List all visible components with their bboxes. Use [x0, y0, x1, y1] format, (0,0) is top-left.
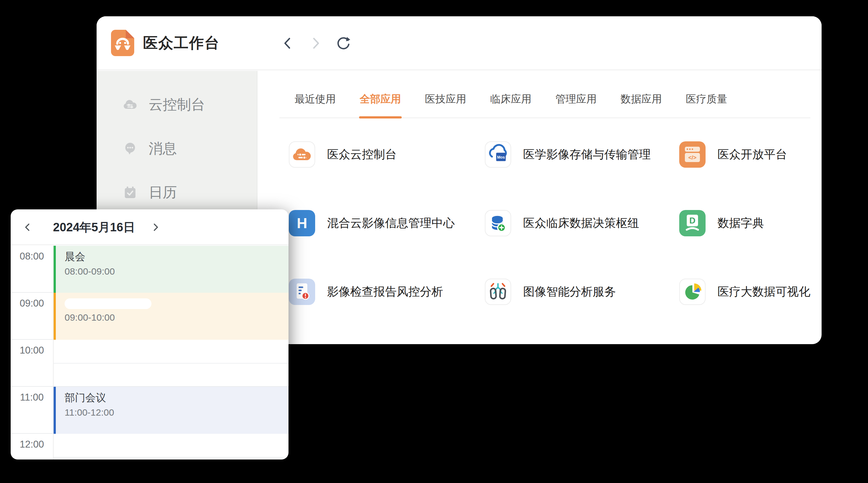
- app-label: 数据字典: [717, 215, 764, 231]
- hour-row-12: 12:00: [11, 434, 288, 459]
- hour-label: 11:00: [11, 387, 54, 434]
- app-clinical-data-hub[interactable]: 医众临床数据决策枢纽: [475, 210, 670, 236]
- sidebar-item-label: 云控制台: [149, 95, 205, 114]
- app-hybrid-imaging[interactable]: H 混合云影像信息管理中心: [279, 210, 475, 236]
- app-bigdata-viz[interactable]: 医疗大数据可视化: [670, 279, 810, 305]
- app-title: 医众工作台: [143, 33, 220, 53]
- chevron-right-icon: [309, 36, 322, 50]
- blue-cloud-mos-icon: Mos: [485, 141, 511, 168]
- calendar-panel: 2024年5月16日 08:00 晨会 08:00-09:00 09:00: [11, 210, 288, 459]
- app-label: 影像检查报告风控分析: [327, 284, 443, 300]
- hour-slot: 部门会议 11:00-12:00: [54, 387, 288, 434]
- refresh-button[interactable]: [335, 35, 351, 52]
- calendar-header: 2024年5月16日: [11, 210, 288, 245]
- titlebar: 医众工作台: [97, 16, 822, 70]
- svg-text:Mos: Mos: [497, 155, 505, 160]
- hour-row-11: 11:00 部门会议 11:00-12:00: [11, 387, 288, 434]
- app-label: 混合云影像信息管理中心: [327, 215, 455, 231]
- hour-row-08: 08:00 晨会 08:00-09:00: [11, 246, 288, 293]
- calendar-date: 2024年5月16日: [44, 210, 144, 245]
- content-area: 最近使用 全部应用 医技应用 临床应用 管理应用 数据应用 医疗质量: [257, 71, 822, 344]
- app-label: 图像智能分析服务: [523, 284, 616, 300]
- hour-row-10: 10:00: [11, 340, 288, 387]
- app-label: 医疗大数据可视化: [717, 284, 810, 300]
- app-data-dictionary[interactable]: D 数据字典: [670, 210, 810, 236]
- svg-text:D: D: [689, 216, 695, 225]
- sidebar-item-label: 消息: [149, 139, 177, 158]
- event-title: 部门会议: [65, 391, 288, 404]
- blue-h-icon: H: [289, 210, 315, 236]
- lungs-scan-icon: [485, 279, 511, 305]
- sidebar-item-messages[interactable]: 消息: [97, 138, 257, 159]
- tab-all-apps[interactable]: 全部应用: [359, 92, 402, 118]
- calendar-event-masked[interactable]: 09:00-10:00: [54, 293, 288, 340]
- report-alert-icon: [289, 279, 315, 305]
- tab-quality[interactable]: 医疗质量: [685, 92, 728, 118]
- hour-slot: [54, 340, 288, 387]
- app-image-storage[interactable]: Mos 医学影像存储与传输管理: [475, 141, 670, 168]
- app-risk-analysis[interactable]: 影像检查报告风控分析: [279, 279, 475, 305]
- hour-slot: 晨会 08:00-09:00: [54, 246, 288, 293]
- calendar-event-morning-meeting[interactable]: 晨会 08:00-09:00: [54, 246, 288, 293]
- app-open-platform[interactable]: </> 医众开放平台: [670, 141, 810, 168]
- green-dictionary-icon: D: [679, 210, 706, 236]
- app-cloud-console[interactable]: 医众云控制台: [279, 141, 475, 168]
- chevron-left-icon: [281, 36, 295, 50]
- refresh-icon: [336, 36, 350, 51]
- hour-label: 09:00: [11, 293, 54, 340]
- tab-medtech[interactable]: 医技应用: [424, 92, 467, 118]
- code-window-icon: </>: [679, 141, 706, 168]
- chevron-left-icon: [23, 223, 32, 232]
- hour-slot: 09:00-10:00: [54, 293, 288, 340]
- app-category-tabs: 最近使用 全部应用 医技应用 临床应用 管理应用 数据应用 医疗质量: [279, 85, 810, 118]
- sidebar-item-label: 日历: [149, 183, 177, 202]
- pie-chart-icon: [679, 279, 706, 305]
- svg-text:</>: </>: [688, 155, 696, 161]
- calendar-prev-button[interactable]: [18, 210, 37, 245]
- sidebar-item-cloud-console[interactable]: 云控制台: [97, 95, 257, 115]
- calendar-check-icon: [123, 185, 137, 200]
- app-grid: 医众云控制台 Mos 医学影像存储与传输管理: [279, 141, 810, 344]
- app-label: 医众临床数据决策枢纽: [523, 215, 639, 231]
- event-time: 08:00-09:00: [65, 266, 288, 277]
- app-logo-icon: [111, 30, 134, 56]
- hour-label: 12:00: [11, 434, 54, 459]
- forward-button[interactable]: [307, 35, 323, 52]
- database-plus-icon: [485, 210, 511, 236]
- chevron-right-icon: [151, 223, 160, 232]
- back-button[interactable]: [280, 35, 296, 52]
- event-title: 晨会: [65, 250, 288, 263]
- orange-cloud-sliders-icon: [289, 141, 315, 168]
- event-title-masked: [65, 298, 151, 309]
- calendar-event-department-meeting[interactable]: 部门会议 11:00-12:00: [54, 387, 288, 434]
- tab-management[interactable]: 管理应用: [555, 92, 597, 118]
- event-time: 09:00-10:00: [65, 312, 288, 323]
- app-label: 医众云控制台: [327, 147, 397, 162]
- app-label: 医众开放平台: [717, 147, 787, 162]
- hour-label: 08:00: [11, 246, 54, 293]
- sidebar-item-calendar[interactable]: 日历: [97, 183, 257, 202]
- desktop-background: 医众工作台: [0, 0, 868, 483]
- tab-data[interactable]: 数据应用: [620, 92, 662, 118]
- calendar-day-grid: 08:00 晨会 08:00-09:00 09:00 09:00-10:00: [11, 246, 288, 459]
- tab-clinical[interactable]: 临床应用: [490, 92, 532, 118]
- event-time: 11:00-12:00: [65, 407, 288, 418]
- hour-slot: [54, 434, 288, 459]
- calendar-next-button[interactable]: [146, 210, 165, 245]
- cloud-settings-icon: [123, 97, 137, 112]
- hour-row-09: 09:00 09:00-10:00: [11, 293, 288, 340]
- chat-bubble-icon: [123, 141, 137, 156]
- app-label: 医学影像存储与传输管理: [523, 147, 651, 162]
- browser-nav: [280, 16, 351, 70]
- svg-text:H: H: [297, 215, 307, 231]
- hour-label: 10:00: [11, 340, 54, 387]
- app-image-ai[interactable]: 图像智能分析服务: [475, 279, 670, 305]
- tab-recent[interactable]: 最近使用: [294, 92, 337, 118]
